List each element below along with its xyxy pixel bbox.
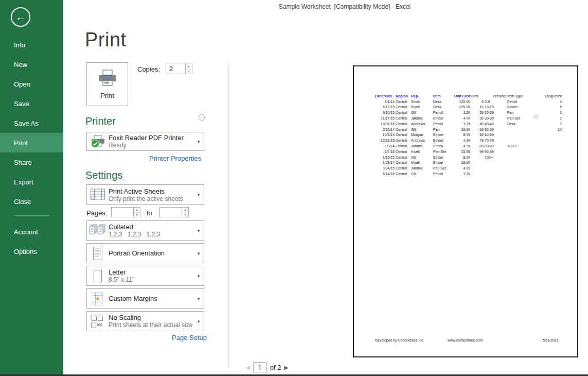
- table-cell: 80-89: [484, 143, 507, 149]
- table-cell: Central: [395, 165, 411, 171]
- table-cell: Central: [395, 160, 411, 166]
- what-to-print-select[interactable]: Print Active Sheets Only print the activ…: [86, 184, 204, 205]
- previous-page-icon[interactable]: ◀: [246, 365, 250, 370]
- chevron-down-icon[interactable]: ▾: [193, 319, 204, 324]
- chevron-down-icon[interactable]: ▾: [193, 296, 204, 301]
- sidebar-item-info[interactable]: Info: [0, 35, 63, 55]
- table-cell: 3/24/15: [375, 165, 395, 171]
- table-cell: Pencil: [433, 110, 452, 115]
- sidebar-item-open[interactable]: Open: [0, 74, 63, 94]
- next-page-icon[interactable]: ▶: [284, 365, 288, 370]
- table-cell: 40-49: [484, 121, 507, 127]
- table-cell: Central: [395, 127, 411, 132]
- sidebar-item-save-as[interactable]: Save As: [0, 113, 63, 133]
- table-cell: 29: [471, 110, 484, 115]
- copies-input[interactable]: [166, 63, 185, 74]
- spinner-up-icon[interactable]: ▲: [186, 63, 192, 69]
- pages-from-stepper[interactable]: ▲ ▼: [133, 208, 140, 217]
- sidebar-item-export[interactable]: Export: [0, 172, 63, 192]
- table-cell: [484, 165, 507, 171]
- table-cell: 11/17/15: [375, 115, 395, 121]
- panel-divider: [228, 63, 229, 368]
- table-cell: 59: [471, 127, 484, 132]
- table-cell: 4.99: [452, 115, 471, 121]
- print-button[interactable]: Print: [86, 62, 128, 106]
- table-cell: Central: [395, 115, 411, 121]
- printer-properties-link[interactable]: Printer Properties: [149, 155, 201, 162]
- current-page-input[interactable]: [253, 362, 267, 372]
- table-cell: [484, 160, 507, 166]
- preview-table-body: 9/1/14CentralSmithDesk125.0090-9Pencil46…: [375, 99, 562, 177]
- pages-from-input[interactable]: [112, 208, 133, 217]
- sidebar-divider: [14, 215, 49, 216]
- sidebar-item-share[interactable]: Share: [0, 152, 63, 172]
- table-cell: 1: [539, 110, 562, 115]
- chevron-down-icon[interactable]: ▾: [193, 228, 204, 233]
- chevron-down-icon[interactable]: ▾: [193, 139, 204, 144]
- table-cell: 10-19: [484, 105, 507, 110]
- table-cell: [507, 160, 539, 166]
- table-cell: 0-9: [484, 99, 507, 105]
- sidebar-item-save[interactable]: Save: [0, 94, 63, 113]
- printer-status: Ready: [109, 142, 193, 149]
- excel-backstage-print-view: Sample Worksheet [Compatibility Mode] - …: [0, 0, 588, 376]
- collation-title: Collated: [109, 223, 193, 231]
- table-cell: 4: [539, 99, 562, 105]
- pages-to-input[interactable]: [160, 208, 182, 217]
- back-button[interactable]: ←: [11, 7, 30, 27]
- pages-label: Pages:: [86, 209, 107, 217]
- collation-subtitle: 1,2,3 1,2,3 1,2,3: [109, 231, 193, 238]
- spinner-down-icon[interactable]: ▼: [134, 213, 140, 217]
- footer-left: Developed by Contextures Inc.: [375, 338, 424, 342]
- table-cell: Central: [395, 110, 411, 115]
- table-cell: Central: [395, 105, 411, 110]
- table-cell: [539, 132, 562, 138]
- sidebar-item-close[interactable]: Close: [0, 192, 63, 211]
- table-header-cell: Unit Cost: [452, 93, 471, 99]
- chevron-down-icon[interactable]: ▾: [193, 192, 204, 197]
- page-count-label: of 2: [270, 364, 281, 371]
- pages-to-stepper[interactable]: ▲ ▼: [182, 208, 188, 217]
- table-cell: Central: [395, 99, 411, 105]
- sidebar-item-print[interactable]: Print: [0, 133, 63, 152]
- page-setup-link[interactable]: Page Setup: [172, 334, 207, 341]
- printer-select[interactable]: Foxit Reader PDF Printer Ready ▾: [86, 132, 204, 151]
- info-icon[interactable]: i: [199, 114, 205, 121]
- chevron-down-icon[interactable]: ▾: [193, 251, 204, 256]
- spinner-up-icon[interactable]: ▲: [182, 208, 188, 213]
- scaling-select[interactable]: 100 No Scaling Print sheets at their act…: [86, 311, 204, 331]
- table-cell: 23.95: [452, 149, 471, 155]
- table-cell: 1.29: [452, 121, 471, 127]
- chevron-down-icon[interactable]: ▾: [193, 274, 204, 279]
- spinner-up-icon[interactable]: ▲: [134, 208, 140, 213]
- table-cell: 4.99: [452, 138, 471, 143]
- table-cell: [507, 155, 539, 160]
- table-cell: [507, 171, 539, 177]
- sidebar-item-account[interactable]: Account: [0, 222, 63, 242]
- collation-select[interactable]: Collated 1,2,3 1,2,3 1,2,3 ▾: [86, 220, 204, 241]
- paper-size-select[interactable]: Letter 8.5" x 11" ▾: [86, 266, 204, 286]
- spinner-down-icon[interactable]: ▼: [182, 213, 188, 217]
- table-header-cell: Item: [433, 93, 452, 99]
- table-cell: 100+: [484, 155, 507, 160]
- table-cell: Andrews: [411, 121, 433, 127]
- table-cell: Binder: [433, 132, 452, 138]
- table-cell: Binder: [433, 138, 452, 143]
- table-cell: 70-79: [484, 138, 507, 143]
- sidebar-item-new[interactable]: New: [0, 55, 63, 74]
- orientation-select[interactable]: Portrait Orientation ▾: [86, 243, 204, 263]
- table-row: 1/15/15CentralGillBinder8.99100+: [375, 155, 562, 160]
- sidebar-item-options[interactable]: Options: [0, 242, 63, 261]
- table-cell: Kivell: [411, 160, 433, 166]
- table-row: 2/26/14CentralGillPen19.995950-5914: [375, 127, 562, 132]
- margins-select[interactable]: ★ Custom Margins ▾: [86, 288, 204, 309]
- collated-icon: [89, 224, 106, 237]
- scaling-subtitle: Print sheets at their actual size: [109, 321, 193, 329]
- copies-stepper[interactable]: ▲ ▼: [185, 63, 192, 74]
- spinner-down-icon[interactable]: ▼: [186, 69, 192, 74]
- table-cell: [539, 171, 562, 177]
- table-cell: 90-99: [484, 149, 507, 155]
- copies-label: Copies:: [137, 65, 160, 73]
- settings-section-heading: Settings: [85, 169, 122, 181]
- table-cell: 60-69: [484, 132, 507, 138]
